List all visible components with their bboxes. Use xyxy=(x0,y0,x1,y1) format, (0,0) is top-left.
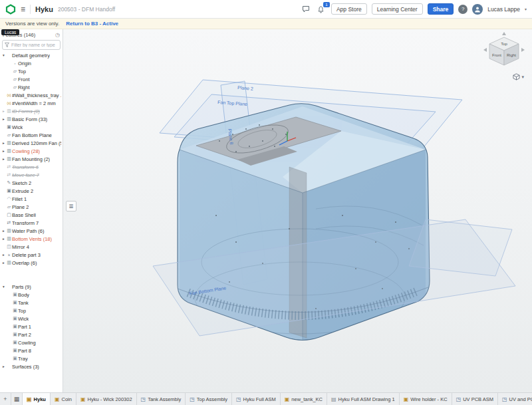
orbit-tool-icon[interactable] xyxy=(521,191,530,200)
document-tab-bar: + ▦ ▣ Hyku ▣ Coin ▣ Hyku - Wick 200302 ◳… xyxy=(0,392,532,405)
caret-icon[interactable]: ▸ xyxy=(1,253,6,257)
onshape-logo-icon[interactable] xyxy=(5,4,16,15)
part-icon: ▣ xyxy=(12,300,18,305)
feature-label: Body xyxy=(18,292,29,298)
document-tab[interactable]: ▣ Hyku - Wick 200302 xyxy=(76,393,137,405)
avatar[interactable] xyxy=(472,4,483,15)
rotate-up-arrow[interactable] xyxy=(502,32,506,35)
viewcube-top-label[interactable]: Top xyxy=(501,42,507,46)
feature-item[interactable]: ▱ Front xyxy=(0,75,63,83)
create-tab-button[interactable]: + xyxy=(0,393,11,405)
feature-item[interactable]: ▣ Wick xyxy=(0,123,63,131)
notifications-icon[interactable]: 1 xyxy=(316,4,327,15)
feature-item[interactable]: ▣ Cowling xyxy=(0,338,63,346)
feature-item[interactable]: ▢ Base Shell xyxy=(0,211,63,219)
feature-item[interactable]: ▣ Tank xyxy=(0,299,63,307)
comments-icon[interactable] xyxy=(301,4,311,15)
feature-tree: ▾ Default geometry ◦ Origin ▱ Top ▱ Fron… xyxy=(0,51,63,370)
feature-item[interactable]: ▸ × Delete part 3 xyxy=(0,251,63,259)
view-cube[interactable]: Top Front Right xyxy=(483,31,525,72)
feature-item[interactable]: ▸ ▥ Basic Form (33) xyxy=(0,115,63,123)
feature-item[interactable]: ▣ Part 1 xyxy=(0,323,63,331)
return-to-active-link[interactable]: Return to B3 - Active xyxy=(66,21,118,27)
feature-item[interactable]: ▱ Plane 2 xyxy=(0,203,63,211)
feature-item[interactable]: ▱ Top xyxy=(0,67,63,75)
feature-item[interactable]: ▸ ▥ ID Forms (8) xyxy=(0,107,63,115)
feature-item[interactable]: ▸ ▥ Derived 120mm Fan (5) xyxy=(0,139,63,147)
model-viewport[interactable]: Plane 2 Fan Top Plane Plane 8 Fan Bottom… xyxy=(63,29,532,393)
feature-item[interactable]: ▸ ▥ Water Path (6) xyxy=(0,227,63,235)
caret-icon[interactable]: ▾ xyxy=(1,53,6,57)
caret-icon[interactable]: ▸ xyxy=(1,149,6,153)
feature-item[interactable]: ▾ Default geometry xyxy=(0,51,63,59)
feature-item[interactable]: ▣ Extrude 2 xyxy=(0,187,63,195)
feature-item[interactable]: ▣ Body xyxy=(0,291,63,299)
feature-item[interactable]: ⇄ Move face 7 xyxy=(0,171,63,179)
render-mode-icon[interactable] xyxy=(521,203,530,211)
caret-icon[interactable]: ▸ xyxy=(1,157,6,161)
feature-item[interactable]: ▣ Part 8 xyxy=(0,346,63,354)
feature-item[interactable]: ▸ Surfaces (3) xyxy=(0,362,63,370)
chevron-down-icon[interactable]: ▾ xyxy=(525,7,527,11)
part-studio-icon: ▣ xyxy=(27,396,32,402)
part-icon: ▣ xyxy=(12,356,18,361)
feature-item[interactable]: ▾ Parts (9) xyxy=(0,283,63,291)
document-tab[interactable]: ◳ UV PCB ASM xyxy=(452,393,498,405)
feature-item[interactable]: ▣ Part 2 xyxy=(0,331,63,338)
viewcube-right-label[interactable]: Right xyxy=(507,53,516,57)
feature-list-collapse-icon[interactable]: ≣ xyxy=(66,201,76,211)
main-menu-icon[interactable]: ≡ xyxy=(21,5,25,14)
learning-center-button[interactable]: Learning Center xyxy=(372,3,423,15)
feature-item[interactable]: (x) #VentWidth = 2 mm xyxy=(0,99,63,107)
feature-item[interactable]: ✎ Sketch 2 xyxy=(0,179,63,187)
caret-icon[interactable]: ▸ xyxy=(1,109,6,113)
caret-icon[interactable]: ▸ xyxy=(1,141,6,145)
caret-icon[interactable]: ▸ xyxy=(1,117,6,121)
filter-input[interactable] xyxy=(11,43,58,47)
feature-item[interactable]: ▸ ▥ Overlap (6) xyxy=(0,259,63,267)
caret-icon[interactable]: ▸ xyxy=(1,364,6,368)
feature-item[interactable]: ◫ Mirror 4 xyxy=(0,243,63,251)
feature-item[interactable]: ⇄ Transform 7 xyxy=(0,219,63,227)
viewcube-front-label[interactable]: Front xyxy=(492,53,501,57)
app-store-button[interactable]: App Store xyxy=(331,3,367,15)
document-tab[interactable]: ◳ Hyku Full ASM xyxy=(232,393,281,405)
feature-item[interactable]: ▱ Fan Bottom Plane xyxy=(0,131,63,139)
history-icon[interactable]: ◷ xyxy=(55,32,60,38)
caret-icon[interactable]: ▾ xyxy=(1,285,6,289)
feature-item[interactable]: ▸ ▥ Bottom Vents (18) xyxy=(0,235,63,243)
part-icon: ▣ xyxy=(12,316,18,321)
caret-icon[interactable]: ▸ xyxy=(1,229,6,233)
tab-manager-icon[interactable]: ▦ xyxy=(11,393,23,405)
feature-item[interactable]: ▣ Top xyxy=(0,307,63,315)
feature-item[interactable]: ⇄ Transform 6 xyxy=(0,163,63,171)
feature-item[interactable]: ◦ Origin xyxy=(0,59,63,67)
document-tab[interactable]: ▣ Wire holder - KC xyxy=(400,393,452,405)
caret-icon[interactable]: ▸ xyxy=(1,261,6,265)
section-view-icon[interactable] xyxy=(521,215,530,223)
caret-icon[interactable]: ▸ xyxy=(1,237,6,241)
document-tab[interactable]: ◳ Tank Assembly xyxy=(137,393,186,405)
view-options-dropdown[interactable]: ▾ xyxy=(513,73,524,80)
user-name[interactable]: Lucas Lappe xyxy=(487,6,520,13)
document-tab[interactable]: ▣ Hyku xyxy=(23,393,51,405)
feature-item[interactable]: ▸ ▥ Fan Mounting (2) xyxy=(0,155,63,163)
document-tab[interactable]: ▣ Coin xyxy=(51,393,76,405)
rotate-left-arrow[interactable] xyxy=(483,48,487,52)
feature-item[interactable]: ▣ Tray xyxy=(0,354,63,362)
document-tab[interactable]: ▣ new_tank_KC xyxy=(281,393,327,405)
document-tab[interactable]: ◳ Top Assembly xyxy=(186,393,232,405)
viewport-canvas[interactable]: Plane 2 Fan Top Plane Plane 8 Fan Bottom… xyxy=(63,29,532,393)
feature-item[interactable]: ▱ Right xyxy=(0,83,63,91)
feature-item[interactable]: (x) #Wall_thickness_tray ... xyxy=(0,91,63,99)
variable-icon: (x) xyxy=(6,93,12,97)
feature-item[interactable]: ▣ Wick xyxy=(0,315,63,323)
help-icon[interactable]: ? xyxy=(458,5,467,14)
document-tab[interactable]: ◳ UV and POWER xyxy=(498,393,532,405)
feature-item[interactable]: ◠ Fillet 1 xyxy=(0,195,63,203)
share-button[interactable]: Share xyxy=(428,3,454,15)
feature-item[interactable]: ▸ ▥ Cowling (28) xyxy=(0,147,63,155)
rotate-right-arrow[interactable] xyxy=(521,48,525,52)
document-tab[interactable]: ▤ Hyku Full ASM Drawing 1 xyxy=(327,393,400,405)
feature-label: ID Forms (8) xyxy=(12,108,40,114)
